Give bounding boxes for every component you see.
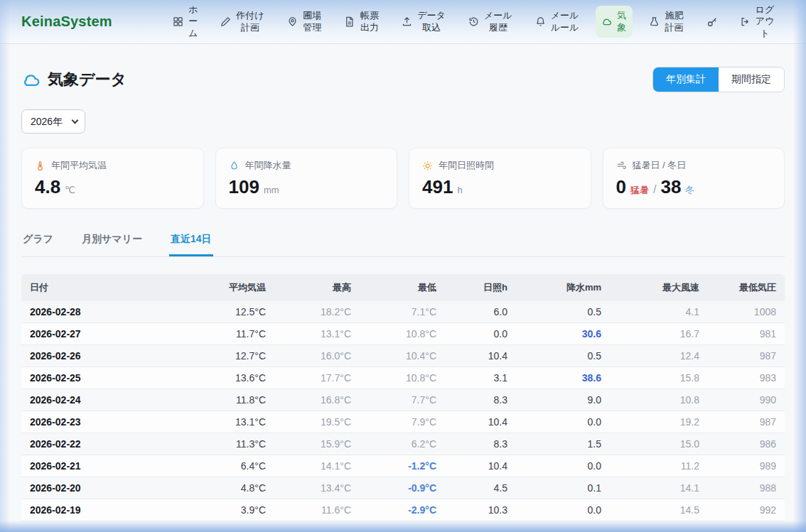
- cell-max-temp: 13.1°C: [274, 323, 360, 345]
- stat-cards: 年間平均気温 4.8 ℃ 年間降水量 109 mm 年間日照時間 491: [21, 148, 785, 209]
- cell-min-pressure: 989: [708, 455, 785, 477]
- cell-min-temp: -0.9°C: [360, 477, 445, 499]
- table-row: 2026-02-24 11.8°C 16.8°C 7.7°C 8.3 9.0 1…: [21, 389, 785, 411]
- cell-max-temp: 15.9°C: [274, 433, 360, 455]
- cell-rain: 0.0: [516, 411, 610, 433]
- cell-sunshine: 8.3: [445, 433, 516, 455]
- main-menu: ホーム 作付け計画 圃場管理 帳票出力 データ取込 メール履歴 メールルール: [162, 0, 786, 43]
- col-rain: 降水mm: [516, 274, 610, 301]
- cell-max-temp: 13.4°C: [274, 477, 360, 499]
- card-value-number: 491: [422, 176, 453, 198]
- table-row: 2026-02-26 12.7°C 16.0°C 10.4°C 10.4 0.5…: [21, 345, 785, 367]
- nav-item-report-output[interactable]: 帳票出力: [338, 6, 385, 38]
- nav-item-home[interactable]: ホーム: [167, 0, 204, 43]
- cell-avg-temp: 11.8°C: [183, 389, 274, 411]
- tab-monthly-summary[interactable]: 月別サマリー: [80, 229, 144, 256]
- cell-avg-temp: 11.3°C: [183, 433, 274, 455]
- separator: /: [653, 183, 656, 196]
- app-logo[interactable]: KeinaSystem: [21, 13, 112, 30]
- table-row: 2026-02-19 3.9°C 11.6°C -2.9°C 10.3 0.0 …: [21, 499, 785, 521]
- cell-avg-temp: 13.1°C: [183, 411, 274, 433]
- year-select[interactable]: 2026年: [21, 109, 85, 134]
- col-min: 最低: [360, 274, 445, 301]
- tab-recent-14-days[interactable]: 直近14日: [169, 229, 213, 256]
- weather-page: 気象データ 年別集計 期間指定 2026年 年間平均気温 4.8 ℃ 年間降: [0, 44, 806, 521]
- cell-avg-temp: 12.7°C: [183, 345, 274, 367]
- nav-item-data-import[interactable]: データ取込: [396, 6, 452, 38]
- page-title: 気象データ: [21, 69, 127, 90]
- droplet-icon: [229, 161, 240, 171]
- nav-item-password[interactable]: [701, 12, 724, 32]
- sun-icon: [422, 161, 433, 171]
- cell-max-wind: 15.0: [610, 433, 708, 455]
- col-avg-temp: 平均気温: [183, 274, 274, 301]
- cell-avg-temp: 13.6°C: [183, 367, 274, 389]
- cell-sunshine: 10.4: [445, 455, 516, 477]
- cell-sunshine: 3.1: [445, 367, 516, 389]
- cell-date: 2026-02-28: [21, 301, 183, 323]
- tab-graph[interactable]: グラフ: [21, 229, 55, 256]
- cell-date: 2026-02-21: [21, 455, 183, 477]
- nav-item-planting-plan[interactable]: 作付け計画: [215, 6, 271, 38]
- cell-avg-temp: 6.4°C: [183, 455, 274, 477]
- nav-label: 作付け計画: [235, 10, 265, 33]
- nav-item-mail-history[interactable]: メール履歴: [463, 6, 519, 38]
- cloud-icon: [21, 70, 41, 89]
- col-min-pressure: 最低気圧: [708, 274, 785, 301]
- card-value-unit: mm: [264, 185, 279, 195]
- cell-min-pressure: 987: [708, 345, 785, 367]
- nav-item-fertilization-plan[interactable]: 施肥計画: [643, 6, 690, 38]
- nav-item-weather[interactable]: 気象: [596, 6, 633, 38]
- card-label-text: 年間平均気温: [51, 159, 107, 172]
- card-value-number: 109: [229, 176, 259, 198]
- cell-min-temp: 6.2°C: [360, 433, 445, 455]
- period-select-button[interactable]: 期間指定: [719, 67, 784, 92]
- cell-rain: 30.6: [516, 323, 610, 345]
- nav-label: ログアウト: [755, 4, 775, 39]
- cell-date: 2026-02-23: [21, 411, 183, 433]
- table-row: 2026-02-20 4.8°C 13.4°C -0.9°C 4.5 0.1 1…: [21, 477, 785, 499]
- cell-rain: 9.0: [516, 389, 610, 411]
- cold-days-unit: 冬: [685, 184, 694, 197]
- cell-max-temp: 19.5°C: [274, 411, 360, 433]
- cell-max-wind: 14.5: [610, 499, 708, 521]
- cell-min-temp: 7.9°C: [360, 411, 445, 433]
- content-tabs: グラフ 月別サマリー 直近14日: [21, 229, 785, 257]
- table-row: 2026-02-22 11.3°C 15.9°C 6.2°C 8.3 1.5 1…: [21, 433, 785, 455]
- col-max-wind: 最大風速: [610, 274, 708, 301]
- cell-date: 2026-02-25: [21, 367, 183, 389]
- nav-item-field-management[interactable]: 圃場管理: [281, 6, 328, 38]
- upload-icon: [402, 16, 412, 27]
- cell-min-temp: -2.9°C: [360, 499, 445, 521]
- cell-rain: 0.0: [516, 499, 610, 521]
- cell-date: 2026-02-24: [21, 389, 183, 411]
- cell-avg-temp: 12.5°C: [183, 301, 274, 323]
- cell-max-temp: 18.2°C: [274, 301, 360, 323]
- cell-sunshine: 10.4: [445, 345, 516, 367]
- card-label-text: 年間降水量: [245, 159, 291, 172]
- table-header-row: 日付 平均気温 最高 最低 日照h 降水mm 最大風速 最低気圧: [21, 274, 785, 301]
- view-toggle: 年別集計 期間指定: [652, 67, 785, 92]
- cell-rain: 0.5: [516, 345, 610, 367]
- nav-label: 施肥計画: [664, 10, 684, 33]
- table-row: 2026-02-23 13.1°C 19.5°C 7.9°C 10.4 0.0 …: [21, 411, 785, 433]
- cell-min-pressure: 1008: [708, 301, 785, 323]
- cell-min-pressure: 986: [708, 433, 785, 455]
- cell-date: 2026-02-19: [21, 499, 183, 521]
- cold-days-value: 38: [660, 176, 681, 198]
- card-value-unit: h: [457, 185, 462, 195]
- nav-item-mail-rules[interactable]: メールルール: [530, 6, 586, 38]
- key-icon: [706, 16, 718, 28]
- cell-min-temp: 10.8°C: [360, 367, 445, 389]
- cell-max-wind: 11.2: [610, 455, 708, 477]
- cell-rain: 0.0: [516, 455, 610, 477]
- card-value-unit: ℃: [65, 185, 75, 195]
- nav-item-logout[interactable]: ログアウト: [734, 0, 781, 43]
- cell-max-temp: 16.0°C: [274, 345, 360, 367]
- hot-days-unit: 猛暑: [630, 184, 649, 197]
- cell-max-wind: 4.1: [610, 301, 708, 323]
- year-select-wrap: 2026年: [21, 109, 85, 134]
- yearly-summary-button[interactable]: 年別集計: [653, 67, 719, 92]
- cell-min-temp: 7.7°C: [360, 389, 445, 411]
- document-icon: [344, 16, 355, 27]
